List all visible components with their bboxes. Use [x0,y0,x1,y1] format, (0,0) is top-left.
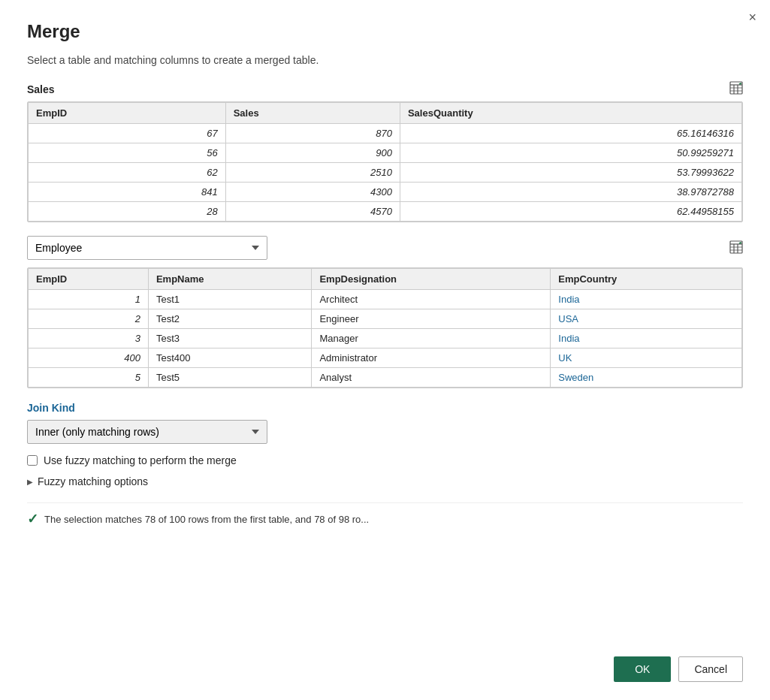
table-cell: 4300 [225,183,400,202]
sales-col-sales[interactable]: Sales [225,103,400,124]
fuzzy-checkbox-label: Use fuzzy matching to perform the merge [44,454,237,466]
employee-table-wrapper: EmpID EmpName EmpDesignation EmpCountry … [27,267,743,388]
table-row[interactable]: 28457062.44958155 [29,202,742,222]
table-cell: Test5 [148,368,312,388]
join-kind-label: Join Kind [27,402,743,414]
table-cell: 5 [29,368,149,388]
emp-col-empname[interactable]: EmpName [148,269,312,290]
table-cell: 38.97872788 [400,183,741,202]
close-button[interactable]: × [748,11,756,24]
fuzzy-checkbox[interactable] [27,455,38,466]
emp-col-empdesignation[interactable]: EmpDesignation [312,269,551,290]
table-cell: 1 [29,290,149,309]
table-row[interactable]: 400Test400AdministratorUK [29,348,742,368]
footer-buttons: OK Cancel [614,656,743,682]
table-cell: 53.79993622 [400,163,741,183]
chevron-right-icon: ▶ [27,478,33,486]
fuzzy-options-toggle[interactable]: ▶ Fuzzy matching options [27,475,743,487]
table-cell: Analyst [312,368,551,388]
table-cell: 56 [29,143,226,163]
employee-table: EmpID EmpName EmpDesignation EmpCountry … [28,268,742,388]
status-bar: ✓ The selection matches 78 of 100 rows f… [27,502,743,535]
table-cell: Administrator [312,348,551,368]
table-cell: 62.44958155 [400,202,741,222]
table-cell: 841 [29,183,226,202]
employee-table-icon[interactable] [729,240,743,256]
table-cell: 3 [29,329,149,348]
sales-table: EmpID Sales SalesQuantity 6787065.161463… [28,102,742,222]
table-row[interactable]: 1Test1ArchitectIndia [29,290,742,309]
table-cell: Architect [312,290,551,309]
ok-button[interactable]: OK [614,656,671,682]
table-row[interactable]: 3Test3ManagerIndia [29,329,742,348]
sales-label: Sales [27,83,55,95]
table-cell: Manager [312,329,551,348]
table-cell: 900 [225,143,400,163]
table-cell: 28 [29,202,226,222]
table-cell: 2 [29,309,149,329]
table-row[interactable]: 6787065.16146316 [29,124,742,143]
table-row[interactable]: 841430038.97872788 [29,183,742,202]
table-cell: 4570 [225,202,400,222]
table-cell: 65.16146316 [400,124,741,143]
join-kind-dropdown-wrapper: Inner (only matching rows)Left OuterRigh… [27,420,267,444]
emp-col-empcountry[interactable]: EmpCountry [551,269,742,290]
fuzzy-checkbox-row[interactable]: Use fuzzy matching to perform the merge [27,454,743,466]
table-cell: UK [551,348,742,368]
table-row[interactable]: 5Test5AnalystSweden [29,368,742,388]
table-cell: Test1 [148,290,312,309]
table-cell: 400 [29,348,149,368]
dialog-title: Merge [27,21,743,42]
sales-col-empid[interactable]: EmpID [29,103,226,124]
table-cell: India [551,290,742,309]
status-check-icon: ✓ [27,511,38,527]
table-cell: 50.99259271 [400,143,741,163]
table-cell: Test400 [148,348,312,368]
table-cell: 2510 [225,163,400,183]
table-cell: 67 [29,124,226,143]
table-cell: Engineer [312,309,551,329]
table-cell: India [551,329,742,348]
sales-section-header: Sales [27,81,743,97]
table-row[interactable]: 2Test2EngineerUSA [29,309,742,329]
table-cell: 870 [225,124,400,143]
cancel-button[interactable]: Cancel [678,656,743,682]
dialog-subtitle: Select a table and matching columns to c… [27,54,743,66]
merge-dialog: × Merge Select a table and matching colu… [0,0,770,700]
table-cell: USA [551,309,742,329]
status-text: The selection matches 78 of 100 rows fro… [44,514,369,525]
fuzzy-options-label: Fuzzy matching options [38,475,148,487]
table-cell: Test3 [148,329,312,348]
sales-col-salesqty[interactable]: SalesQuantity [400,103,741,124]
employee-dropdown[interactable]: EmployeeSales [27,236,267,260]
table-cell: Test2 [148,309,312,329]
sales-table-icon[interactable] [729,81,743,97]
join-kind-dropdown[interactable]: Inner (only matching rows)Left OuterRigh… [27,420,267,444]
table-cell: Sweden [551,368,742,388]
table-row[interactable]: 5690050.99259271 [29,143,742,163]
employee-dropdown-row: EmployeeSales [27,236,743,260]
table-cell: 62 [29,163,226,183]
emp-col-empid[interactable]: EmpID [29,269,149,290]
table-row[interactable]: 62251053.79993622 [29,163,742,183]
sales-table-wrapper: EmpID Sales SalesQuantity 6787065.161463… [27,101,743,222]
